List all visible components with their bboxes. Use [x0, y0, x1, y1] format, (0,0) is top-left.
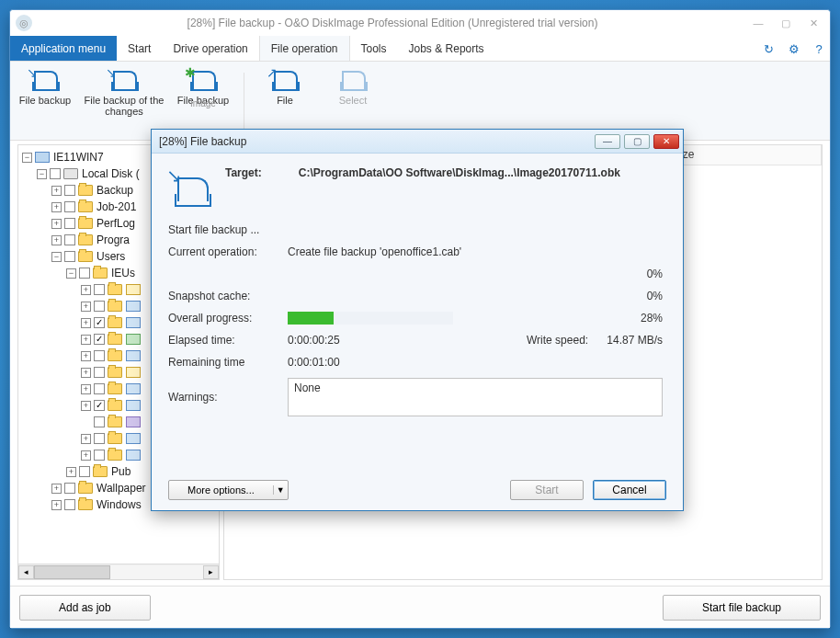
dialog-body: ↘ Target: C:\ProgramData\OO Software\Dis… — [152, 154, 683, 470]
more-options-label: More options... — [169, 484, 273, 496]
settings-icon[interactable]: ⚙ — [784, 39, 804, 59]
ribbon-file-backup[interactable]: ↘ File backup — [16, 65, 74, 106]
file-backup-icon: ↘ — [28, 65, 62, 93]
ribbon-select: Select — [324, 65, 382, 106]
menu-jobs-reports[interactable]: Jobs & Reports — [398, 36, 495, 61]
window-title: [28%] File backup - O&O DiskImage Profes… — [38, 17, 747, 29]
dialog-titlebar: [28%] File backup — ▢ ✕ — [152, 130, 683, 154]
minimize-icon[interactable]: — — [747, 17, 769, 29]
help-icon[interactable]: ? — [809, 39, 829, 59]
menu-tools[interactable]: Tools — [350, 36, 398, 61]
target-label: Target: — [225, 166, 262, 179]
ribbon-file-restore-label: File — [255, 95, 314, 106]
titlebar: ◎ [28%] File backup - O&O DiskImage Prof… — [10, 10, 830, 36]
elapsed-time-value: 0:00:00:25 — [288, 334, 527, 347]
column-size[interactable]: Size — [665, 145, 822, 165]
warnings-label: Warnings: — [168, 391, 288, 404]
write-speed-label: Write speed: — [527, 334, 600, 347]
application-menu[interactable]: Application menu — [10, 36, 117, 61]
target-path: C:\ProgramData\OO Software\DiskImag...\I… — [299, 166, 620, 179]
snapshot-cache-label: Snapshot cache: — [168, 290, 288, 302]
ribbon-file-backup-label: File backup — [16, 95, 74, 106]
ribbon-file-backup-changes-label: File backup of the changes — [84, 95, 165, 117]
ribbon-file-backup-changes[interactable]: ↘ File backup of the changes — [84, 65, 165, 117]
refresh-icon[interactable]: ↻ — [758, 39, 778, 59]
file-backup-large-icon: ↘ — [168, 166, 212, 209]
scroll-right-icon[interactable]: ▸ — [203, 565, 219, 579]
ribbon-select-label: Select — [324, 95, 382, 106]
scroll-left-icon[interactable]: ◂ — [18, 565, 34, 579]
menu-drive-operation[interactable]: Drive operation — [162, 36, 258, 61]
current-op-label: Current operation: — [168, 245, 288, 258]
dialog-footer: More options... ▼ Start Cancel — [152, 470, 683, 510]
write-speed-value: 14.87 MB/s — [600, 334, 663, 347]
start-msg: Start file backup ... — [168, 223, 663, 236]
select-icon — [336, 65, 369, 93]
file-backup-changes-icon: ↘ — [108, 65, 141, 93]
warnings-value: None — [294, 382, 321, 394]
more-options-button[interactable]: More options... ▼ — [168, 480, 289, 500]
tree-horizontal-scrollbar[interactable]: ◂ ▸ — [18, 564, 219, 579]
dialog-minimize-icon[interactable]: — — [595, 134, 620, 149]
remaining-time-label: Remaining time — [168, 356, 288, 369]
scroll-thumb[interactable] — [34, 565, 110, 579]
current-op-percent: 0% — [600, 268, 663, 280]
start-file-backup-button[interactable]: Start file backup — [663, 595, 821, 621]
ribbon-file-backup-settings[interactable]: ✱ File backup Image — [174, 65, 233, 106]
maximize-icon[interactable]: ▢ — [775, 17, 797, 29]
menu-file-operation[interactable]: File operation — [259, 36, 350, 61]
ribbon-separator — [244, 73, 244, 130]
menubar: Application menu Start Drive operation F… — [10, 36, 830, 62]
overall-progress-percent: 28% — [600, 312, 663, 325]
file-backup-settings-icon: ✱ — [187, 65, 220, 93]
overall-progress-label: Overall progress: — [168, 312, 288, 325]
footer-bar: Add as job Start file backup — [10, 586, 830, 628]
menubar-right-icons: ↻ ⚙ ? — [757, 36, 830, 61]
snapshot-cache-percent: 0% — [600, 290, 663, 302]
chevron-down-icon: ▼ — [273, 485, 288, 495]
dialog-close-icon[interactable]: ✕ — [653, 134, 679, 149]
dialog-title: [28%] File backup — [159, 135, 246, 148]
elapsed-time-label: Elapsed time: — [168, 334, 288, 347]
warnings-box: None — [288, 378, 663, 416]
current-op-value: Create file backup 'openoffice1.cab' — [288, 245, 663, 258]
ribbon-group-image-label: Image — [174, 98, 233, 108]
dialog-cancel-button[interactable]: Cancel — [593, 480, 666, 500]
app-icon: ◎ — [16, 15, 32, 31]
add-as-job-button[interactable]: Add as job — [19, 595, 151, 621]
dialog-start-button: Start — [510, 480, 584, 500]
dialog-maximize-icon[interactable]: ▢ — [624, 134, 650, 149]
close-icon[interactable]: ✕ — [802, 17, 824, 29]
progress-dialog: [28%] File backup — ▢ ✕ ↘ Target: C:\Pro… — [151, 129, 684, 511]
file-restore-icon: ↗ — [268, 65, 301, 93]
overall-progress-bar — [288, 312, 453, 325]
remaining-time-value: 0:00:01:00 — [288, 356, 663, 369]
menu-start[interactable]: Start — [117, 36, 162, 61]
ribbon-file-restore[interactable]: ↗ File — [255, 65, 314, 106]
